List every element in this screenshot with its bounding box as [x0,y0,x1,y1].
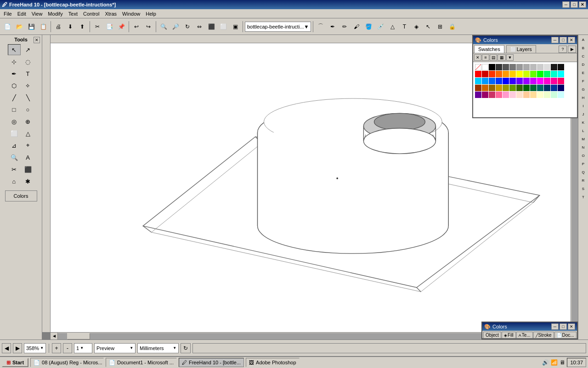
bp-tab-stroke[interactable]: ╱Stroke [533,332,554,338]
menu-xtras[interactable]: Xtras [102,10,119,17]
swatch-r3[interactable] [489,71,495,77]
swatch-gray3[interactable] [509,64,516,70]
tool-eraser[interactable]: ✱ [22,176,34,187]
minimize-button[interactable]: ─ [562,1,570,8]
swatch-e5[interactable] [503,85,509,91]
swatch-p5[interactable] [503,92,509,98]
page-next-button[interactable]: ▶ [13,343,22,353]
document-dropdown[interactable]: bottlecap-beetle-intructi... ▼ [245,22,311,32]
menu-modify[interactable]: Modify [45,10,65,17]
swatch-list[interactable]: ≡ [482,54,489,61]
swatches-minimize[interactable]: ─ [551,37,559,43]
swatch-e1[interactable] [475,85,481,91]
align-button[interactable]: ⬛ [206,21,217,32]
cut-button[interactable]: ✂ [92,21,103,32]
tool-line[interactable]: ╱ [8,92,21,103]
open-button[interactable]: 📂 [14,21,25,32]
ungroup-button[interactable]: ▣ [230,21,241,32]
swatch-b10[interactable] [537,78,543,84]
lock-button[interactable]: 🔒 [447,21,458,32]
swatch-b5[interactable] [503,78,509,84]
swatch-black[interactable] [489,64,495,70]
swatch-white[interactable] [482,64,488,70]
bottom-panel-maximize[interactable]: □ [560,323,567,330]
tool-subselect[interactable]: ↗ [22,44,34,55]
swatch-b11[interactable] [544,78,550,84]
swatch-view2[interactable]: ▦ [498,54,506,61]
swatch-r9[interactable] [530,71,537,77]
swatch-p13[interactable] [558,92,564,98]
swatch-r6[interactable] [509,71,516,77]
group-button[interactable]: ⬜ [218,21,229,32]
swatch-gray1[interactable] [496,64,502,70]
swatch-gray8[interactable] [544,64,550,70]
tool-text[interactable]: T [22,68,34,79]
tool-text2[interactable]: A [22,152,34,163]
page-dropdown[interactable]: 1 ▼ [74,343,92,353]
paste-button[interactable]: 📌 [116,21,127,32]
zoom-out-button[interactable]: 🔎 [170,21,181,32]
tool-select[interactable]: ↖ [8,44,21,55]
swatch-b3[interactable] [489,78,495,84]
menu-window[interactable]: Window [119,10,143,17]
new-button[interactable]: 📄 [2,21,13,32]
swatch-p8[interactable] [523,92,530,98]
fill-button[interactable]: 🪣 [363,21,374,32]
menu-view[interactable]: View [29,10,45,17]
h-scroll-thumb[interactable] [67,333,90,339]
right-btn-18[interactable]: R [580,177,587,184]
right-btn-6[interactable]: F [580,77,587,85]
tool-rect[interactable]: □ [8,104,21,115]
tool-ellipse[interactable]: ○ [22,104,34,115]
tab-layers[interactable]: ⬜ Layers [506,45,536,53]
swatch-r7[interactable] [516,71,523,77]
right-btn-15[interactable]: O [580,152,587,159]
transform-button[interactable]: ⊞ [435,21,446,32]
rotate-button[interactable]: ↻ [182,21,193,32]
copy-button[interactable]: 📑 [104,21,115,32]
units-dropdown[interactable]: Millimeters ▼ [137,343,179,353]
swatch-e4[interactable] [496,85,502,91]
bottom-panel-close[interactable]: ✕ [568,323,575,330]
swatch-p4[interactable] [496,92,502,98]
colors-button[interactable]: Colors [5,190,37,201]
text-button[interactable]: T [399,21,410,32]
swatch-p12[interactable] [551,92,557,98]
save-button[interactable]: 💾 [26,21,37,32]
swatch-p3[interactable] [489,92,495,98]
swatch-b4[interactable] [496,78,502,84]
start-button[interactable]: ⊞ Start [2,358,28,367]
swatch-r1[interactable] [475,71,481,77]
right-btn-16[interactable]: P [580,160,587,167]
right-btn-17[interactable]: Q [580,168,587,176]
export-button[interactable]: ⬆ [77,21,88,32]
tool-blend[interactable]: ⬜ [8,128,21,139]
tool-knife[interactable]: ⊿ [8,140,21,151]
swatch-r2[interactable] [482,71,488,77]
swatch-r5[interactable] [503,71,509,77]
eyedropper-button[interactable]: 💉 [375,21,386,32]
swatch-b1[interactable] [475,78,481,84]
tool-spiral[interactable]: ╲ [22,92,34,103]
tool-zoom[interactable]: 🔍 [8,152,21,163]
shape-button[interactable]: △ [387,21,398,32]
menu-file[interactable]: File [1,10,15,17]
swatches-help[interactable]: ? [559,46,567,53]
swatch-p11[interactable] [544,92,550,98]
zoom-dropdown[interactable]: 358% ▼ [24,343,46,353]
right-btn-12[interactable]: L [580,127,587,134]
swatch-e6[interactable] [509,85,516,91]
flip-button[interactable]: ⇔ [194,21,205,32]
swatch-gray6[interactable] [530,64,537,70]
right-btn-7[interactable]: G [580,86,587,93]
swatch-b7[interactable] [516,78,523,84]
swatch-black2[interactable] [558,64,564,70]
swatches-title-bar[interactable]: 🎨 Colors ─ □ ✕ [473,36,577,44]
swatch-e12[interactable] [551,85,557,91]
swatch-r11[interactable] [544,71,550,77]
menu-edit[interactable]: Edit [15,10,29,17]
swatch-view1[interactable]: ▤ [490,54,497,61]
menu-control[interactable]: Control [80,10,102,17]
pen-button[interactable]: ✒ [327,21,338,32]
swatch-e3[interactable] [489,85,495,91]
